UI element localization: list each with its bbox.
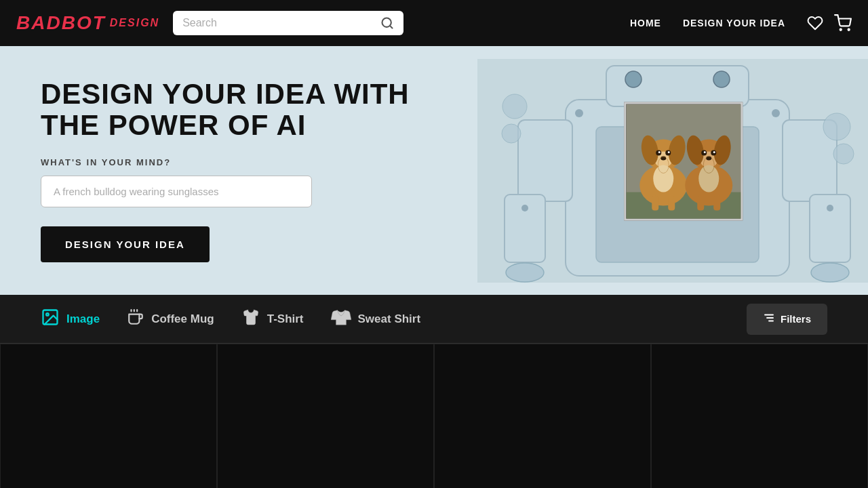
nav-home[interactable]: HOME: [630, 18, 661, 28]
hero-dog-image: [624, 102, 743, 220]
svg-point-47: [713, 151, 715, 153]
wishlist-button[interactable]: [807, 15, 823, 31]
svg-point-19: [827, 205, 833, 211]
svg-rect-6: [606, 66, 749, 106]
svg-point-36: [653, 165, 673, 192]
filter-bar: Image Coffee Mug T-Shirt: [0, 295, 868, 344]
filter-image[interactable]: Image: [41, 308, 100, 331]
filter-coffee-mug-label: Coffee Mug: [151, 312, 214, 326]
filter-tshirt[interactable]: T-Shirt: [241, 308, 304, 330]
hero-title: DESIGN YOUR IDEA WITH THE POWER OF AI: [41, 79, 437, 141]
svg-point-14: [625, 71, 642, 87]
search-bar: [173, 11, 403, 35]
mug-icon: [127, 308, 144, 330]
svg-rect-50: [697, 195, 704, 210]
product-card-3[interactable]: [434, 344, 651, 488]
filter-image-label: Image: [66, 312, 100, 326]
logo-bot: BOT: [62, 12, 106, 34]
tshirt-icon: [241, 308, 260, 330]
svg-line-1: [390, 26, 393, 28]
svg-rect-38: [668, 195, 675, 210]
idea-input[interactable]: [41, 176, 312, 207]
hero-content: DESIGN YOUR IDEA WITH THE POWER OF AI WH…: [0, 46, 477, 295]
svg-point-49: [698, 165, 719, 192]
filter-coffee-mug[interactable]: Coffee Mug: [127, 308, 214, 330]
svg-point-17: [772, 109, 780, 117]
nav-design-your-idea[interactable]: DESIGN YOUR IDEA: [683, 18, 785, 28]
svg-point-12: [811, 263, 849, 282]
svg-rect-7: [518, 120, 572, 201]
hero-subtitle: WHAT'S IN YOUR MIND?: [41, 157, 437, 167]
filters-icon: [763, 312, 775, 327]
svg-point-34: [668, 151, 670, 153]
cart-button[interactable]: [834, 14, 852, 32]
logo-design: DESIGN: [110, 17, 159, 29]
nav-icons: [807, 14, 852, 32]
svg-point-22: [502, 94, 527, 119]
filters-button[interactable]: Filters: [747, 304, 827, 335]
svg-point-20: [823, 113, 850, 140]
hoodie-icon: [331, 308, 351, 330]
product-card-2[interactable]: [217, 344, 434, 488]
filters-label: Filters: [781, 313, 811, 325]
filter-tshirt-label: T-Shirt: [267, 312, 304, 326]
product-card-1[interactable]: [0, 344, 217, 488]
svg-point-18: [521, 205, 528, 211]
product-grid: [0, 344, 868, 488]
dog-illustration: [626, 104, 743, 220]
design-your-idea-button[interactable]: DESIGN YOUR IDEA: [41, 226, 210, 262]
main-nav: HOME DESIGN YOUR IDEA: [630, 14, 852, 32]
svg-point-15: [713, 71, 730, 87]
search-icon: [380, 16, 394, 30]
svg-point-2: [840, 29, 842, 30]
search-input[interactable]: [182, 17, 375, 29]
image-icon: [41, 308, 60, 331]
cart-icon: [834, 14, 852, 32]
logo[interactable]: BAD BOTDESIGN: [16, 12, 159, 34]
svg-point-16: [575, 109, 583, 117]
filter-sweatshirt[interactable]: Sweat Shirt: [331, 308, 421, 330]
filter-sweatshirt-label: Sweat Shirt: [358, 312, 421, 326]
search-button[interactable]: [380, 16, 394, 30]
svg-point-23: [502, 124, 521, 143]
logo-bad: BAD: [16, 12, 62, 34]
svg-point-55: [46, 313, 49, 316]
hero-robot: [477, 46, 868, 295]
header: BAD BOTDESIGN HOME DESIGN YOUR IDEA: [0, 0, 868, 46]
svg-rect-37: [652, 195, 658, 210]
heart-icon: [807, 15, 823, 31]
svg-point-3: [848, 29, 850, 30]
svg-point-33: [658, 151, 660, 153]
svg-point-11: [506, 263, 544, 282]
hero-section: DESIGN YOUR IDEA WITH THE POWER OF AI WH…: [0, 46, 868, 295]
product-card-4[interactable]: [651, 344, 868, 488]
svg-rect-51: [713, 195, 720, 210]
svg-point-46: [704, 151, 706, 153]
svg-point-21: [833, 144, 854, 164]
